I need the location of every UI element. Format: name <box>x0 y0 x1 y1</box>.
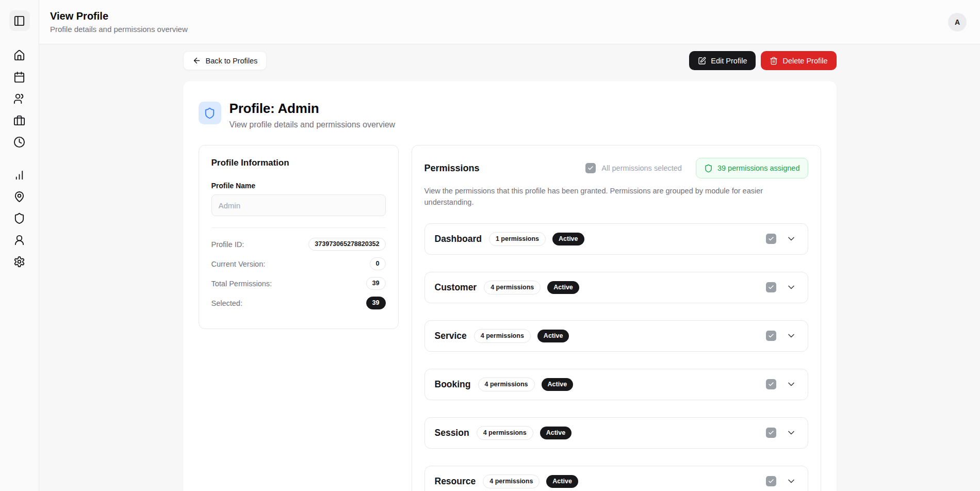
check-icon <box>768 381 774 387</box>
permission-module-row[interactable]: Booking 4 permissions Active <box>424 369 808 400</box>
home-icon <box>13 50 25 61</box>
sidebar-item-account[interactable] <box>13 233 26 247</box>
briefcase-icon <box>13 114 25 126</box>
toolbar: Back to Profiles Edit Profile Delete Pro… <box>183 51 837 70</box>
module-checkbox[interactable] <box>766 234 776 244</box>
top-header: View Profile Profile details and permiss… <box>39 0 980 44</box>
module-permission-count-badge: 4 permissions <box>474 329 531 343</box>
sidebar-item-services[interactable] <box>13 113 26 127</box>
profile-card-subtitle: View profile details and permissions ove… <box>230 120 396 129</box>
user-icon <box>13 234 25 246</box>
chevron-down-icon[interactable] <box>786 331 796 341</box>
module-checkbox[interactable] <box>766 282 776 292</box>
avatar[interactable]: A <box>948 13 967 31</box>
module-checkbox[interactable] <box>766 331 776 341</box>
profile-card-header: Profile: Admin View profile details and … <box>199 101 821 129</box>
sidebar-item-calendar[interactable] <box>13 70 26 84</box>
permission-module-row[interactable]: Resource 4 permissions Active <box>424 466 808 491</box>
sidebar-nav <box>13 48 26 268</box>
module-name: Session <box>435 428 469 438</box>
delete-profile-button[interactable]: Delete Profile <box>761 51 836 70</box>
chevron-down-icon[interactable] <box>786 476 796 486</box>
permissions-title: Permissions <box>424 163 480 174</box>
shield-icon <box>704 164 713 173</box>
module-checkbox[interactable] <box>766 476 776 486</box>
check-icon <box>768 430 774 436</box>
bar-chart-icon <box>13 169 25 181</box>
module-status-badge: Active <box>546 475 578 488</box>
map-pin-icon <box>13 191 25 203</box>
stat-label: Total Permissions: <box>211 280 272 288</box>
module-permission-count-badge: 1 permissions <box>489 232 546 246</box>
module-name: Service <box>435 331 467 341</box>
profile-card: Profile: Admin View profile details and … <box>183 81 837 491</box>
chevron-down-icon[interactable] <box>786 379 796 389</box>
stat-value-badge: 39 <box>366 277 386 290</box>
page-title: View Profile <box>50 10 188 22</box>
main-area: View Profile Profile details and permiss… <box>39 0 980 491</box>
chevron-down-icon[interactable] <box>786 282 796 292</box>
check-icon <box>587 165 594 171</box>
divider <box>211 227 386 228</box>
stat-label: Profile ID: <box>211 240 244 249</box>
permission-module-row[interactable]: Session 4 permissions Active <box>424 417 808 449</box>
profile-name-input[interactable] <box>211 194 386 216</box>
back-button-label: Back to Profiles <box>206 57 258 65</box>
module-permission-count-badge: 4 permissions <box>483 474 540 488</box>
stat-row: Total Permissions: 39 <box>211 277 386 290</box>
sidebar-toggle-button[interactable] <box>9 10 30 31</box>
all-permissions-checkbox[interactable] <box>585 163 596 173</box>
module-status-badge: Active <box>540 427 572 439</box>
permission-modules-list: Dashboard 1 permissions Active <box>424 223 808 491</box>
shield-icon <box>13 212 25 224</box>
sidebar-item-profiles[interactable] <box>13 211 26 225</box>
all-permissions-label: All permissions selected <box>601 164 682 172</box>
permission-module-row[interactable]: Dashboard 1 permissions Active <box>424 223 808 255</box>
module-permission-count-badge: 4 permissions <box>484 281 541 294</box>
module-status-badge: Active <box>537 330 569 342</box>
check-icon <box>768 236 774 242</box>
permission-module-row[interactable]: Customer 4 permissions Active <box>424 272 808 303</box>
sidebar-item-users[interactable] <box>13 92 26 105</box>
sidebar-item-locations[interactable] <box>13 190 26 203</box>
sidebar-item-home[interactable] <box>13 48 26 62</box>
back-to-profiles-button[interactable]: Back to Profiles <box>183 51 267 70</box>
module-checkbox[interactable] <box>766 379 776 389</box>
edit-icon <box>698 57 706 65</box>
profile-stats: Profile ID: 373973065278820352 Current V… <box>211 238 386 309</box>
edit-profile-button[interactable]: Edit Profile <box>689 51 756 70</box>
stat-row: Profile ID: 373973065278820352 <box>211 238 386 251</box>
sidebar-item-settings[interactable] <box>13 255 26 268</box>
header-text: View Profile Profile details and permiss… <box>50 10 188 34</box>
chevron-down-icon[interactable] <box>786 428 796 438</box>
check-icon <box>768 333 774 339</box>
content-area: Back to Profiles Edit Profile Delete Pro… <box>39 44 980 491</box>
page-subtitle: Profile details and permissions overview <box>50 25 188 34</box>
permissions-description: View the permissions that this profile h… <box>424 186 808 208</box>
check-icon <box>768 478 774 484</box>
permission-module-row[interactable]: Service 4 permissions Active <box>424 320 808 352</box>
permissions-assigned-badge: 39 permissions assigned <box>696 158 808 178</box>
stat-label: Selected: <box>211 299 242 307</box>
module-name: Dashboard <box>435 234 482 244</box>
calendar-icon <box>13 71 25 83</box>
sidebar-item-reports[interactable] <box>13 168 26 182</box>
sidebar-item-sessions[interactable] <box>13 135 26 149</box>
profile-title: Profile: Admin <box>230 101 396 117</box>
page: View Profile Profile details and permiss… <box>0 0 980 491</box>
permissions-header: Permissions All permissions selected 39 … <box>424 158 808 178</box>
permissions-panel: Permissions All permissions selected 39 … <box>412 145 821 491</box>
arrow-left-icon <box>192 56 201 65</box>
profile-name-label: Profile Name <box>211 182 386 190</box>
module-checkbox[interactable] <box>766 428 776 438</box>
module-permission-count-badge: 4 permissions <box>477 426 533 440</box>
clock-icon <box>13 136 25 148</box>
profile-shield-icon-box <box>199 102 221 124</box>
stat-label: Current Version: <box>211 260 266 268</box>
shield-icon <box>204 107 216 119</box>
chevron-down-icon[interactable] <box>786 234 796 244</box>
panel-left-icon <box>13 15 25 27</box>
trash-icon <box>770 57 778 65</box>
check-icon <box>768 284 774 290</box>
module-status-badge: Active <box>552 233 584 246</box>
